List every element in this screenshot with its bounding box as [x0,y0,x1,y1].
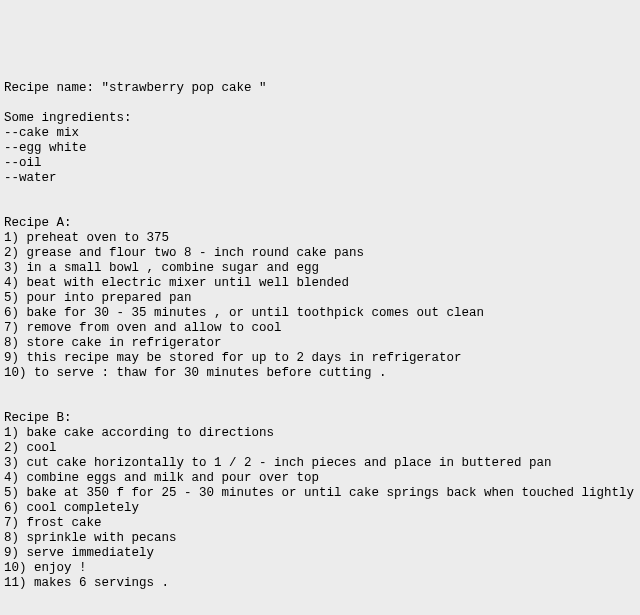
recipe-a-step: 5) pour into prepared pan [4,291,192,305]
ingredient-line: --egg white [4,141,87,155]
recipe-b-step: 10) enjoy ! [4,561,87,575]
ingredient-line: --oil [4,156,42,170]
recipe-name-line: Recipe name: "strawberry pop cake " [4,81,267,95]
recipe-b-step: 7) frost cake [4,516,102,530]
recipe-b-step: 11) makes 6 servings . [4,576,169,590]
recipe-name-value: "strawberry pop cake " [102,81,267,95]
recipe-a-step: 7) remove from oven and allow to cool [4,321,282,335]
ingredients-header: Some ingredients: [4,111,132,125]
recipe-b-step: 2) cool [4,441,57,455]
recipe-a-step: 3) in a small bowl , combine sugar and e… [4,261,319,275]
recipe-a-step: 6) bake for 30 - 35 minutes , or until t… [4,306,484,320]
recipe-document: Recipe name: "strawberry pop cake " Some… [4,66,636,615]
recipe-b-step: 5) bake at 350 f for 25 - 30 minutes or … [4,486,634,500]
recipe-a-step: 10) to serve : thaw for 30 minutes befor… [4,366,387,380]
ingredient-line: --cake mix [4,126,79,140]
recipe-b-step: 6) cool completely [4,501,139,515]
recipe-a-title: Recipe A: [4,216,72,230]
recipe-b-step: 3) cut cake horizontally to 1 / 2 - inch… [4,456,552,470]
recipe-a-step: 1) preheat oven to 375 [4,231,169,245]
recipe-b-step: 8) sprinkle with pecans [4,531,177,545]
recipe-name-label: Recipe name: [4,81,94,95]
recipe-b-step: 1) bake cake according to directions [4,426,274,440]
recipe-a-step: 4) beat with electric mixer until well b… [4,276,349,290]
recipe-a-step: 8) store cake in refrigerator [4,336,222,350]
ingredient-line: --water [4,171,57,185]
recipe-a-step: 2) grease and flour two 8 - inch round c… [4,246,364,260]
recipe-b-title: Recipe B: [4,411,72,425]
recipe-b-step: 4) combine eggs and milk and pour over t… [4,471,319,485]
recipe-b-step: 9) serve immediately [4,546,154,560]
recipe-a-step: 9) this recipe may be stored for up to 2… [4,351,462,365]
